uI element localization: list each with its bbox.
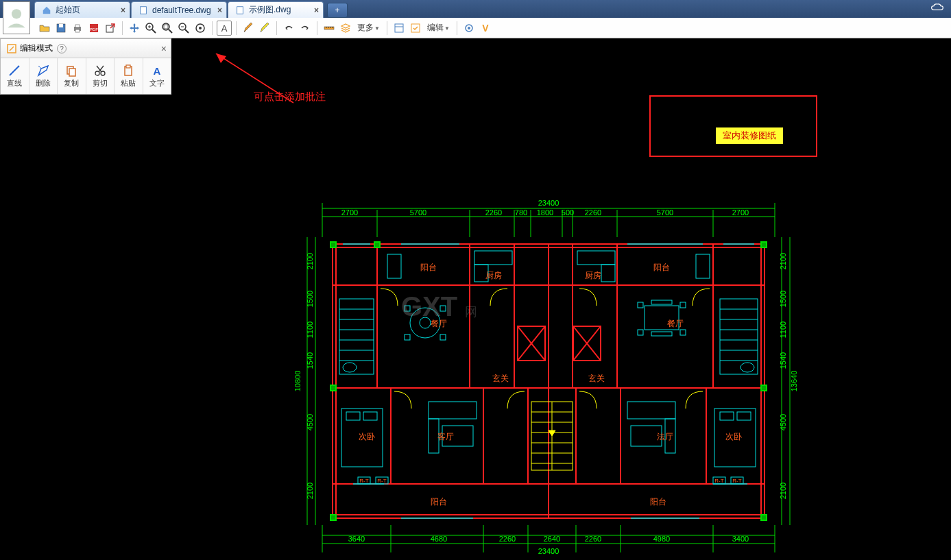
edit-mode-button[interactable]: [408, 21, 423, 36]
zoom-window-button[interactable]: [160, 21, 175, 36]
svg-text:阳台: 阳台: [653, 263, 670, 272]
separator: [317, 21, 317, 35]
drawing-canvas[interactable]: 可点击添加批注 室内装修图纸 23400 2700 5700 2260 780 …: [0, 38, 951, 560]
zoom-extents-button[interactable]: [193, 21, 208, 36]
chevron-down-icon: ▼: [374, 25, 380, 32]
svg-text:1540: 1540: [779, 352, 787, 369]
more-dropdown[interactable]: 更多▼: [354, 22, 383, 34]
svg-text:A: A: [153, 65, 160, 77]
svg-text:5700: 5700: [410, 208, 426, 217]
user-avatar[interactable]: [3, 1, 30, 34]
tool-text[interactable]: A 文字: [143, 58, 171, 94]
dim-right: 13640 2100 1500 1100 1540 4500 2100: [779, 237, 798, 525]
svg-text:780: 780: [515, 208, 527, 217]
zoom-in-button[interactable]: [143, 21, 158, 36]
svg-rect-162: [720, 412, 734, 420]
tab-example[interactable]: 示例图.dwg ×: [228, 1, 324, 18]
svg-text:GXT: GXT: [401, 291, 457, 321]
svg-text:PDF: PDF: [90, 27, 98, 32]
svg-text:23400: 23400: [538, 547, 559, 555]
pan-button[interactable]: [127, 21, 142, 36]
layers-button[interactable]: [338, 21, 353, 36]
close-icon[interactable]: ×: [121, 5, 125, 15]
svg-text:2700: 2700: [732, 208, 749, 217]
redo-button[interactable]: [298, 21, 313, 36]
svg-text:网: 网: [465, 305, 477, 319]
svg-rect-156: [577, 251, 615, 265]
tab-bar: 起始页 × defaultTree.dwg × 示例图.dwg × +: [0, 0, 951, 18]
print-button[interactable]: [70, 21, 85, 36]
undo-button[interactable]: [281, 21, 296, 36]
svg-text:2700: 2700: [341, 208, 358, 217]
measure-button[interactable]: [322, 21, 337, 36]
svg-rect-7: [75, 29, 80, 32]
tab-start[interactable]: 起始页 ×: [34, 1, 130, 18]
tool-delete[interactable]: 删除: [29, 58, 58, 94]
svg-text:次卧: 次卧: [359, 432, 375, 441]
pencil-button[interactable]: [241, 21, 256, 36]
highlight-button[interactable]: [257, 21, 272, 36]
svg-rect-153: [651, 332, 672, 336]
export-button[interactable]: [103, 21, 118, 36]
svg-rect-211: [330, 385, 336, 391]
settings-button[interactable]: [461, 21, 477, 36]
svg-text:客厅: 客厅: [437, 432, 454, 441]
tool-cut[interactable]: 剪切: [86, 58, 115, 94]
svg-text:厨房: 厨房: [585, 271, 601, 280]
svg-rect-207: [374, 242, 380, 247]
svg-rect-152: [651, 300, 672, 304]
svg-text:2100: 2100: [779, 253, 787, 269]
file-icon: [139, 5, 148, 15]
svg-text:2640: 2640: [544, 535, 560, 543]
tool-line[interactable]: 直线: [1, 58, 29, 94]
dim-top: 23400 2700 5700 2260 780 1800 500 2260 5…: [322, 199, 775, 237]
pdf-button[interactable]: PDF: [86, 21, 101, 36]
edit-dropdown[interactable]: 编辑▼: [424, 22, 453, 34]
svg-rect-173: [696, 254, 710, 278]
save-button[interactable]: [53, 21, 69, 36]
open-button[interactable]: [37, 21, 52, 36]
svg-rect-150: [638, 330, 643, 335]
svg-text:玄关: 玄关: [588, 374, 605, 383]
svg-rect-134: [720, 299, 758, 374]
separator: [236, 21, 237, 35]
svg-rect-151: [680, 330, 686, 335]
new-tab-button[interactable]: +: [327, 3, 348, 18]
svg-line-214: [10, 66, 19, 75]
help-icon[interactable]: ?: [57, 44, 67, 53]
tool-copy[interactable]: 复制: [58, 58, 86, 94]
svg-text:10800: 10800: [295, 371, 302, 392]
zoom-out-button[interactable]: [176, 21, 191, 36]
svg-line-215: [38, 66, 41, 69]
svg-text:5700: 5700: [657, 208, 673, 217]
close-icon[interactable]: ×: [161, 43, 167, 54]
svg-point-170: [343, 363, 357, 372]
svg-text:玄关: 玄关: [492, 374, 509, 383]
svg-line-12: [152, 29, 156, 33]
svg-text:4680: 4680: [431, 535, 447, 543]
svg-text:4500: 4500: [306, 414, 314, 430]
vip-button[interactable]: V: [478, 21, 493, 36]
panel-tools: 直线 删除 复制 剪切 粘贴 A 文字: [1, 58, 171, 94]
title-box: [649, 95, 817, 157]
svg-text:餐厅: 餐厅: [667, 319, 684, 328]
svg-text:R-T: R-T: [714, 478, 723, 484]
svg-text:3640: 3640: [348, 535, 365, 543]
tab-defaulttree[interactable]: defaultTree.dwg ×: [131, 1, 227, 18]
tool-paste[interactable]: 粘贴: [115, 58, 143, 94]
svg-text:阳台: 阳台: [650, 497, 666, 507]
separator: [122, 21, 123, 35]
svg-text:4500: 4500: [779, 414, 787, 430]
svg-rect-17: [164, 25, 168, 29]
close-icon[interactable]: ×: [314, 5, 319, 15]
close-icon[interactable]: ×: [217, 5, 222, 15]
dim-bottom: 23400 3640 4680 2260 2640 2260 4980 3400: [322, 525, 775, 555]
file-icon: [235, 5, 245, 15]
svg-rect-29: [395, 24, 403, 32]
layer-manager-button[interactable]: [392, 21, 407, 36]
text-tool-button[interactable]: A: [217, 21, 232, 36]
svg-rect-164: [429, 402, 477, 419]
svg-rect-163: [737, 412, 751, 420]
separator: [457, 21, 457, 35]
cloud-icon[interactable]: [930, 3, 944, 12]
